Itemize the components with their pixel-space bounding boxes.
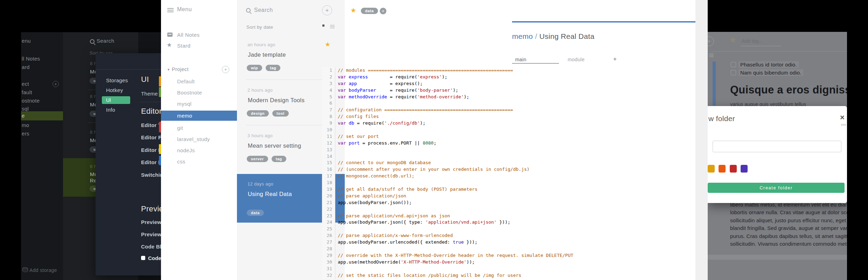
sidebar-folder[interactable]: nodeJs xyxy=(177,147,195,153)
line-number: 25 xyxy=(322,226,335,232)
folder-color-swatch[interactable] xyxy=(730,165,737,173)
sidebar-folder[interactable]: ers xyxy=(22,131,29,136)
settings-menu-item[interactable]: Storages xyxy=(106,77,128,83)
code-token: // configuration =======================… xyxy=(338,107,513,112)
sort-selector[interactable]: Sort by date xyxy=(246,24,273,30)
star-icon[interactable]: ★ xyxy=(325,41,330,48)
dark-sidebar: enull Notesardectfaultostnotesql+emoers xyxy=(21,32,63,280)
sidebar-folder[interactable]: mysql xyxy=(177,101,191,107)
settings-menu-label: UI xyxy=(106,97,111,103)
selected-note-edge xyxy=(713,62,716,106)
code-line: // set the static files location /public… xyxy=(338,272,573,279)
code-line xyxy=(338,147,573,153)
sidebar-folder[interactable]: fault xyxy=(22,89,32,95)
folder-color-swatch[interactable] xyxy=(708,165,715,173)
code-line: // override with the X-HTTP-Method-Overr… xyxy=(338,252,573,259)
search-input[interactable]: Search xyxy=(97,38,114,44)
sidebar-folder[interactable]: laravel_study xyxy=(177,136,210,142)
star-icon[interactable]: ★ xyxy=(350,6,356,14)
sidebar-folder[interactable]: ostnote xyxy=(22,98,40,104)
code-token: var xyxy=(338,81,349,86)
grid-view-icon[interactable] xyxy=(322,24,324,27)
sidebar-item-all-notes[interactable]: All Notes xyxy=(177,32,200,38)
code-token: db xyxy=(349,120,354,126)
sidebar-item-starred[interactable]: Stard xyxy=(177,43,190,49)
add-tag-input[interactable]: Add tag... xyxy=(742,38,763,44)
screenshot-canvas: enull Notesardectfaultostnotesql+emoers … xyxy=(0,0,868,280)
new-note-button[interactable]: + xyxy=(322,5,332,15)
line-number: 20 xyxy=(322,193,335,200)
menu-icon[interactable] xyxy=(167,8,174,9)
sidebar-folder-selected[interactable]: memo xyxy=(161,111,237,121)
folder-color-swatch[interactable] xyxy=(741,165,748,173)
menu-label[interactable]: Menu xyxy=(177,6,192,13)
sidebar-item-starred[interactable]: ard xyxy=(22,64,30,70)
note-title: Using Real Data xyxy=(248,191,292,197)
project-folder-label[interactable]: ect xyxy=(22,81,29,87)
code-token: = process.env.PORT || xyxy=(360,140,423,146)
tab-module[interactable]: module xyxy=(568,57,584,62)
black-column xyxy=(847,32,868,280)
storage-icon xyxy=(22,267,28,272)
line-number: 31 xyxy=(322,266,335,272)
chevron-down-icon[interactable]: ▼ xyxy=(167,68,170,71)
settings-page-title: UI xyxy=(141,75,149,84)
project-folder-label[interactable]: Project xyxy=(172,66,189,72)
line-number: 28 xyxy=(322,246,335,252)
tab-main[interactable]: main xyxy=(515,57,526,62)
active-tab-underline xyxy=(512,63,559,64)
add-tag-button[interactable]: + xyxy=(380,8,386,14)
checkbox[interactable] xyxy=(731,70,736,75)
search-input[interactable]: Search xyxy=(254,7,273,13)
list-view-icon[interactable] xyxy=(330,25,335,26)
sidebar-folder[interactable]: Boostnote xyxy=(177,90,202,96)
code-token: 'X-HTTP-Method-Override' xyxy=(401,259,467,265)
settings-menu-item[interactable]: Hotkey xyxy=(106,87,123,93)
code-line: // parse application/vnd.api+json as jso… xyxy=(338,213,573,219)
line-number: 23 xyxy=(322,213,335,219)
code-token: })); xyxy=(497,219,510,225)
code-token: ); xyxy=(442,74,447,79)
code-token: 'express' xyxy=(417,74,442,79)
tag-pill: tag xyxy=(266,65,280,71)
code-token: var xyxy=(338,74,349,79)
code-line: app.use(bodyParser.urlencoded({ extended… xyxy=(338,239,573,246)
sidebar-item-all-notes[interactable]: ll Notes xyxy=(22,56,40,62)
line-number: 30 xyxy=(322,259,335,266)
sidebar-folder[interactable]: sql xyxy=(22,106,29,112)
note-tag-pill[interactable]: data xyxy=(361,8,378,14)
code-editor[interactable]: // modules =============================… xyxy=(338,67,573,279)
code-token: var xyxy=(338,94,349,99)
star-outline-icon[interactable]: ☆ xyxy=(730,36,736,44)
code-token: })); xyxy=(464,239,477,245)
code-line xyxy=(338,100,573,107)
sidebar-folder-selected[interactable]: e xyxy=(21,111,63,120)
breadcrumb-folder[interactable]: memo xyxy=(512,32,533,40)
line-number: 22 xyxy=(322,206,335,213)
new-tab-button[interactable]: + xyxy=(613,56,617,63)
settings-menu-item-selected[interactable]: UI xyxy=(102,96,130,104)
close-icon[interactable]: × xyxy=(840,113,845,122)
settings-menu-item[interactable]: Info xyxy=(106,107,115,113)
folder-name-input[interactable] xyxy=(713,141,841,152)
add-storage-button[interactable]: Add storage xyxy=(29,267,57,273)
line-number: 6 xyxy=(322,100,335,107)
create-folder-button[interactable]: Create folder xyxy=(708,183,845,193)
sidebar-menu[interactable]: enu xyxy=(22,38,31,44)
code-line: var bodyParser = require('body-parser'); xyxy=(338,87,573,94)
folder-color-swatch[interactable] xyxy=(719,165,726,173)
sidebar-folder[interactable]: mo xyxy=(22,122,29,128)
sidebar-folder[interactable]: css xyxy=(177,159,186,164)
checkbox[interactable] xyxy=(141,256,145,260)
sidebar-folder[interactable]: Default xyxy=(177,78,195,84)
line-number: 9 xyxy=(322,120,335,127)
sidebar-folder[interactable]: git xyxy=(177,125,183,131)
settings-divider xyxy=(96,69,163,70)
add-folder-button[interactable]: + xyxy=(222,66,229,73)
checkbox[interactable] xyxy=(731,62,736,67)
tag-pill: server xyxy=(247,156,268,162)
code-token: var xyxy=(338,120,349,126)
paragraph-line: sollicitudin. Vivamus condimentum commod… xyxy=(730,241,847,248)
note-title: Mean server setting xyxy=(248,142,301,149)
add-folder-button[interactable]: + xyxy=(52,81,59,87)
